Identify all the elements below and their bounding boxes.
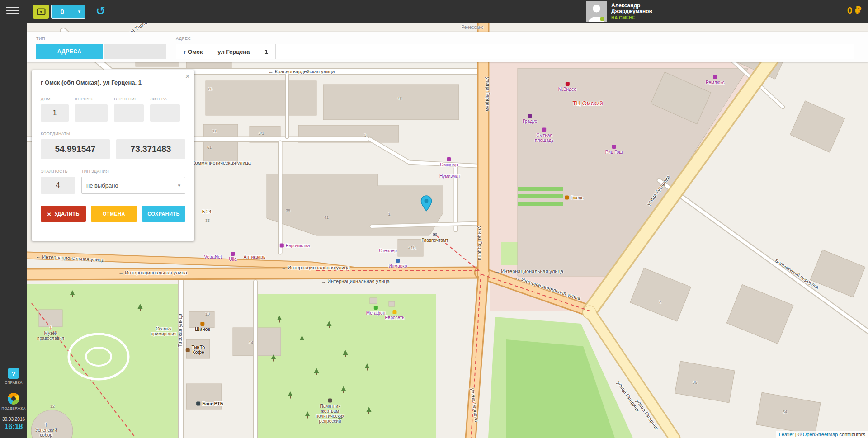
floors-label: ЭТАЖНОСТЬ — [41, 169, 75, 174]
hamburger-icon — [6, 7, 19, 8]
korpus-label: КОРПУС — [75, 97, 108, 101]
stroenie-input[interactable] — [114, 104, 144, 122]
map-marker[interactable] — [420, 195, 432, 213]
user-status: НА СМЕНЕ — [611, 15, 652, 21]
type-tabs: АДРЕСА — [36, 44, 166, 59]
longitude-input[interactable] — [116, 139, 185, 159]
current-time: 16:18 — [5, 423, 23, 431]
litera-label: ЛИТЕРА — [150, 97, 180, 101]
floors-type-fields: ЭТАЖНОСТЬ ТИП ЗДАНИЯ не выбрано ▾ — [41, 169, 185, 194]
chevron-down-icon: ▾ — [178, 183, 180, 188]
latitude-input[interactable] — [41, 139, 110, 159]
sidebar-bottom: ? СПРАВКА ПОДДЕРЖКА 30.03.2016 16:18 — [0, 368, 27, 431]
marker-pin-icon — [420, 195, 432, 212]
user-info: Александр Джарджуманов НА СМЕНЕ — [611, 3, 652, 21]
address-label: АДРЕС — [176, 36, 191, 41]
building-type-label: ТИП ЗДАНИЯ — [81, 169, 185, 174]
delete-x-icon: × — [47, 210, 51, 218]
user-name-line2: Джарджуманов — [611, 9, 652, 14]
filter-band: ТИП АДРЕС АДРЕСА г Омск ул Герцена 1 — [27, 32, 868, 62]
stroenie-label: СТРОЕНИЕ — [114, 97, 144, 101]
dom-input[interactable] — [41, 104, 69, 122]
osm-link[interactable]: OpenStreetMap — [803, 432, 838, 437]
map-attribution: Leaflet | © OpenStreetMap contributors — [776, 431, 868, 438]
map[interactable]: ← Красногвардейская улицаКоммунистическа… — [27, 23, 868, 438]
cancel-button[interactable]: ОТМЕНА — [91, 206, 137, 222]
orders-count-dropdown[interactable]: 0 ▾ — [51, 5, 85, 19]
coords-label: КООРДИНАТЫ — [41, 132, 185, 136]
building-type-select[interactable]: не выбрано ▾ — [81, 177, 185, 194]
help-button[interactable]: ? — [8, 368, 19, 379]
leaflet-link[interactable]: Leaflet — [779, 432, 794, 437]
chevron-down-icon: ▾ — [73, 5, 85, 18]
tab-addresses[interactable]: АДРЕСА — [36, 44, 103, 59]
orders-button[interactable] — [33, 5, 49, 19]
delete-button[interactable]: ×УДАЛИТЬ — [41, 206, 86, 222]
orders-count: 0 — [52, 5, 73, 18]
current-date: 30.03.2016 — [2, 417, 25, 422]
close-icon[interactable]: × — [185, 72, 190, 81]
address-popup: × г Омск (обл Омская), ул Герцена, 1 ДОМ… — [32, 70, 194, 241]
avatar[interactable] — [586, 1, 607, 22]
save-button[interactable]: СОХРАНИТЬ — [142, 206, 185, 222]
history-icon: ↺ — [96, 5, 105, 17]
address-city[interactable]: г Омск — [176, 44, 210, 59]
building-type-value: не выбрано — [86, 182, 118, 189]
address-house[interactable]: 1 — [257, 44, 275, 59]
topbar: 0 ▾ ↺ Александр Джарджуманов НА СМЕНЕ 0 … — [0, 0, 868, 23]
orders-icon — [37, 8, 46, 15]
address-input-filler[interactable] — [276, 44, 854, 59]
support-button[interactable] — [8, 393, 19, 405]
popup-buttons: ×УДАЛИТЬ ОТМЕНА СОХРАНИТЬ — [41, 206, 185, 222]
question-icon: ? — [11, 370, 15, 377]
coords-fields — [41, 139, 185, 159]
support-label: ПОДДЕРЖКА — [1, 406, 25, 410]
tab-secondary[interactable] — [104, 44, 166, 59]
sidebar: ? СПРАВКА ПОДДЕРЖКА 30.03.2016 16:18 — [0, 23, 27, 438]
floors-input[interactable] — [41, 177, 75, 194]
balance: 0 ₽ — [847, 5, 862, 16]
address-street[interactable]: ул Герцена — [210, 44, 257, 59]
address-bar: г Омск ул Герцена 1 — [176, 44, 854, 59]
korpus-input[interactable] — [75, 104, 108, 122]
litera-input[interactable] — [150, 104, 180, 122]
menu-button[interactable] — [6, 7, 20, 17]
help-label: СПРАВКА — [5, 381, 22, 385]
house-fields: ДОМ КОРПУС СТРОЕНИЕ ЛИТЕРА — [41, 97, 185, 122]
dom-label: ДОМ — [41, 97, 69, 101]
type-label: ТИП — [36, 36, 45, 41]
stalls-layer — [518, 187, 563, 206]
history-button[interactable]: ↺ — [96, 4, 105, 18]
popup-title: г Омск (обл Омская), ул Герцена, 1 — [41, 79, 185, 86]
person-icon — [586, 1, 607, 22]
